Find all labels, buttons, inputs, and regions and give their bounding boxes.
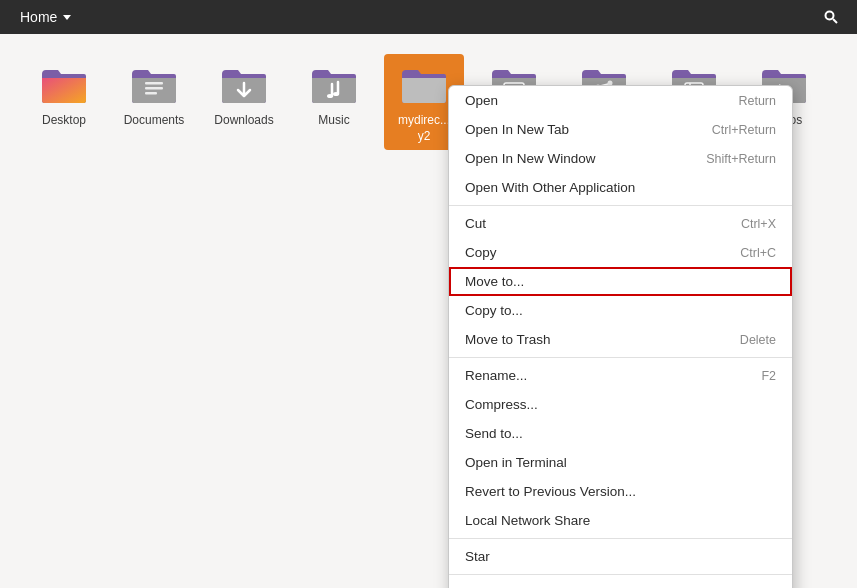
folder-documents-label: Documents: [124, 113, 185, 129]
home-label: Home: [20, 9, 57, 25]
menu-separator: [449, 205, 792, 206]
folder-music[interactable]: Music: [294, 54, 374, 135]
menu-item-open-in-new-tab[interactable]: Open In New TabCtrl+Return: [449, 115, 792, 144]
svg-rect-2: [145, 82, 163, 85]
menu-item-label: Open: [465, 93, 498, 108]
menu-item-shortcut: Ctrl+Return: [712, 123, 776, 137]
menu-item-move-to-[interactable]: Move to...: [449, 267, 792, 296]
menu-item-open-in-terminal[interactable]: Open in Terminal: [449, 448, 792, 477]
search-icon: [823, 9, 839, 25]
menu-item-revert-to-previous-version-[interactable]: Revert to Previous Version...: [449, 477, 792, 506]
menu-item-shortcut: Ctrl+X: [741, 217, 776, 231]
svg-rect-3: [145, 87, 163, 90]
folder-music-label: Music: [318, 113, 349, 129]
titlebar: Home: [0, 0, 857, 34]
menu-item-shortcut: Ctrl+C: [740, 246, 776, 260]
menu-item-label: Copy: [465, 245, 497, 260]
svg-line-1: [833, 19, 837, 23]
chevron-down-icon: [63, 15, 71, 20]
menu-item-label: Move to Trash: [465, 332, 551, 347]
menu-item-label: Cut: [465, 216, 486, 231]
menu-item-label: Move to...: [465, 274, 524, 289]
menu-item-star[interactable]: Star: [449, 542, 792, 571]
menu-item-label: Open In New Tab: [465, 122, 569, 137]
menu-item-cut[interactable]: CutCtrl+X: [449, 209, 792, 238]
menu-item-open-with-other-application[interactable]: Open With Other Application: [449, 173, 792, 202]
menu-item-label: Open With Other Application: [465, 180, 635, 195]
folder-documents-icon: [128, 60, 180, 108]
folder-downloads-icon: [218, 60, 270, 108]
menu-item-label: Star: [465, 549, 490, 564]
menu-item-copy[interactable]: CopyCtrl+C: [449, 238, 792, 267]
folder-downloads-label: Downloads: [214, 113, 273, 129]
context-menu: OpenReturnOpen In New TabCtrl+ReturnOpen…: [448, 85, 793, 588]
menu-item-rename-[interactable]: Rename...F2: [449, 361, 792, 390]
menu-separator: [449, 574, 792, 575]
folder-downloads[interactable]: Downloads: [204, 54, 284, 135]
folder-desktop[interactable]: Desktop: [24, 54, 104, 135]
menu-item-shortcut: Shift+Return: [706, 152, 776, 166]
menu-item-label: Copy to...: [465, 303, 523, 318]
menu-item-label: Open in Terminal: [465, 455, 567, 470]
menu-item-label: Open In New Window: [465, 151, 596, 166]
folder-desktop-label: Desktop: [42, 113, 86, 129]
menu-item-open[interactable]: OpenReturn: [449, 86, 792, 115]
menu-item-shortcut: F2: [761, 369, 776, 383]
menu-item-local-network-share[interactable]: Local Network Share: [449, 506, 792, 535]
home-button[interactable]: Home: [12, 5, 79, 29]
search-button[interactable]: [817, 3, 845, 31]
svg-point-0: [826, 12, 834, 20]
svg-point-6: [333, 92, 339, 96]
menu-item-copy-to-[interactable]: Copy to...: [449, 296, 792, 325]
folder-desktop-icon: [38, 60, 90, 108]
folder-mydirectory2-label: mydirec...y2: [398, 113, 450, 144]
menu-separator: [449, 538, 792, 539]
menu-separator: [449, 357, 792, 358]
menu-item-label: Revert to Previous Version...: [465, 484, 636, 499]
folder-documents[interactable]: Documents: [114, 54, 194, 135]
menu-item-move-to-trash[interactable]: Move to TrashDelete: [449, 325, 792, 354]
folder-mydirectory2-icon: [398, 60, 450, 108]
folder-music-icon: [308, 60, 360, 108]
menu-item-label: Send to...: [465, 426, 523, 441]
menu-item-send-to-[interactable]: Send to...: [449, 419, 792, 448]
svg-rect-4: [145, 92, 157, 95]
menu-item-shortcut: Delete: [740, 333, 776, 347]
svg-point-5: [327, 94, 333, 98]
menu-item-open-in-new-window[interactable]: Open In New WindowShift+Return: [449, 144, 792, 173]
menu-item-label: Local Network Share: [465, 513, 590, 528]
menu-item-label: Rename...: [465, 368, 527, 383]
menu-item-label: Compress...: [465, 397, 538, 412]
menu-item-properties[interactable]: PropertiesCtrl+I: [449, 578, 792, 588]
menu-item-compress-[interactable]: Compress...: [449, 390, 792, 419]
menu-item-shortcut: Return: [738, 94, 776, 108]
